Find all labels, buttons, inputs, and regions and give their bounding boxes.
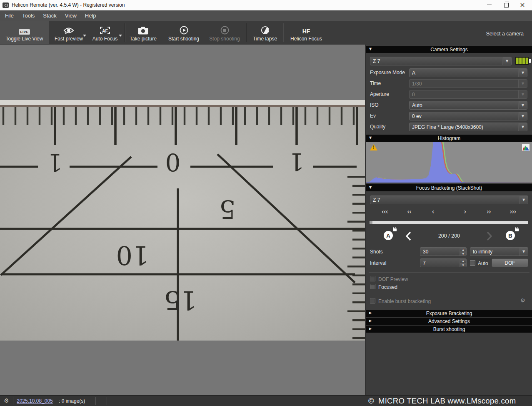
- point-b-button[interactable]: B: [506, 231, 515, 240]
- ev-select[interactable]: 0 ev ▼: [409, 112, 527, 120]
- time-select: 1/30 ▼: [409, 79, 527, 88]
- helicon-focus-button[interactable]: HF Helicon Focus: [287, 21, 326, 45]
- burst-shooting-header[interactable]: ▶ Burst shooting: [366, 326, 532, 333]
- statusbar-separator: [107, 397, 107, 405]
- ev-label: Ev: [370, 113, 376, 119]
- svg-text:AF: AF: [102, 28, 108, 33]
- collapse-icon: ▼: [369, 186, 372, 189]
- auto-interval-checkbox[interactable]: [470, 260, 475, 266]
- move-far-forward-button[interactable]: ›››: [507, 208, 518, 217]
- move-far-back-button[interactable]: ‹‹‹: [379, 208, 390, 217]
- svg-text:15: 15: [164, 285, 197, 316]
- spin-up-icon[interactable]: ▲: [460, 259, 466, 263]
- stackshot-device-select[interactable]: Z 7 ▼: [370, 195, 528, 204]
- statusbar-separator: [95, 397, 96, 405]
- collapse-icon: ▼: [369, 136, 372, 140]
- af-icon: AF: [100, 21, 110, 35]
- focus-range-slider[interactable]: [370, 221, 528, 224]
- collapse-icon: ▼: [369, 48, 372, 51]
- burst-bracketing-checkbox: [370, 298, 375, 303]
- quality-select[interactable]: JPEG Fine * Large (5408x3600) ▼: [409, 123, 527, 131]
- iso-select[interactable]: Auto ▼: [409, 101, 527, 110]
- camera-select[interactable]: Z 7 ▼: [370, 57, 512, 65]
- expand-icon: ▶: [369, 327, 372, 331]
- toolbar-separator: [125, 23, 125, 42]
- select-camera-label[interactable]: Select a camera: [486, 31, 524, 37]
- fast-preview-dropdown-icon[interactable]: [83, 35, 86, 37]
- session-folder-link[interactable]: 2025.10.08_005: [17, 398, 53, 404]
- chevron-down-icon: ▼: [518, 69, 527, 77]
- iso-label: ISO: [370, 102, 379, 108]
- image-count-label: : 0 image(s): [59, 398, 85, 404]
- exposure-bracketing-header[interactable]: ▶ Exposure Bracketing: [366, 310, 532, 317]
- expand-icon: ▶: [369, 319, 372, 323]
- live-view-viewport[interactable]: 10151015: [0, 45, 365, 395]
- exposure-mode-label: Exposure Mode: [370, 70, 405, 75]
- aperture-select: 0 ▼: [409, 90, 527, 99]
- minimize-button[interactable]: [482, 0, 496, 10]
- statusbar-separator: [13, 397, 13, 405]
- lock-a-icon: [393, 228, 397, 231]
- spin-down-icon[interactable]: ▼: [460, 252, 466, 256]
- menu-view[interactable]: View: [61, 10, 81, 21]
- window-title: Helicon Remote (ver. 4.5.4 W) - Register…: [12, 2, 125, 8]
- lock-b-icon: [515, 228, 519, 231]
- svg-text:0: 0: [165, 148, 181, 176]
- app-icon: [2, 3, 9, 8]
- time-lapse-icon: [261, 21, 270, 35]
- chevron-down-icon: ▼: [518, 123, 527, 131]
- shots-input[interactable]: 30 ▲▼: [420, 247, 467, 256]
- spin-up-icon[interactable]: ▲: [460, 248, 466, 252]
- copyright-label: ©MICRO TECH LAB www.LMscope.com: [368, 396, 516, 406]
- chevron-down-icon: ▼: [519, 248, 528, 256]
- histogram-panel: [366, 142, 532, 183]
- time-lapse-button[interactable]: Time lapse: [250, 21, 280, 45]
- restore-button[interactable]: [499, 0, 513, 10]
- menu-help[interactable]: Help: [81, 10, 100, 21]
- shots-mode-select[interactable]: to infinity ▼: [470, 247, 528, 256]
- step-forward-button[interactable]: ›: [460, 208, 470, 217]
- histogram-header[interactable]: ▼ Histogram: [366, 135, 532, 142]
- move-back-button[interactable]: ‹‹: [404, 208, 415, 217]
- advanced-settings-header[interactable]: ▶ Advanced Settings: [366, 318, 532, 325]
- menu-tools[interactable]: Tools: [18, 10, 39, 21]
- interval-input[interactable]: 7 ▲▼: [420, 258, 467, 267]
- burst-settings-gear-icon[interactable]: ⚙: [520, 297, 525, 303]
- focus-bracketing-header[interactable]: ▼ Focus Bracketing (StackShot): [366, 184, 532, 191]
- camera-icon: [138, 21, 148, 35]
- quality-label: Quality: [370, 124, 385, 130]
- start-icon: [180, 21, 188, 35]
- menu-stack[interactable]: Stack: [39, 10, 61, 21]
- camera-settings-header[interactable]: ▼ Camera Settings: [366, 46, 532, 53]
- chevron-down-icon: ▼: [518, 112, 527, 120]
- toolbar-separator: [283, 23, 284, 42]
- live-icon: LIVE: [19, 29, 30, 35]
- exposure-mode-select[interactable]: A ▼: [409, 68, 527, 77]
- start-shooting-button[interactable]: Start shooting: [165, 21, 203, 45]
- spin-down-icon[interactable]: ▼: [460, 263, 466, 267]
- move-forward-button[interactable]: ››: [483, 208, 494, 217]
- close-button[interactable]: ×: [515, 0, 530, 10]
- auto-focus-dropdown-icon[interactable]: [119, 35, 122, 37]
- time-label: Time: [370, 80, 381, 86]
- fast-preview-button[interactable]: Fast preview: [52, 21, 85, 45]
- menu-file[interactable]: File: [1, 10, 18, 21]
- settings-gear-icon[interactable]: ⚙: [4, 397, 9, 404]
- eye-icon: [63, 21, 74, 35]
- histogram-mode-icon[interactable]: [522, 144, 530, 151]
- stop-icon: [220, 21, 229, 35]
- svg-text:10: 10: [116, 240, 149, 271]
- chevron-down-icon: ▼: [519, 196, 528, 204]
- status-bar: ⚙ 2025.10.08_005 : 0 image(s) ©MICRO TEC…: [0, 395, 532, 406]
- take-picture-button[interactable]: Take picture: [127, 21, 159, 45]
- focused-checkbox[interactable]: [370, 284, 375, 289]
- chevron-down-icon: ▼: [518, 90, 527, 98]
- aperture-label: Aperture: [370, 91, 389, 97]
- step-back-button[interactable]: ‹: [427, 208, 438, 217]
- auto-focus-button[interactable]: AF Auto Focus: [91, 21, 119, 45]
- svg-text:1: 1: [47, 148, 63, 177]
- toggle-live-view-button[interactable]: LIVE Toggle Live View: [0, 21, 49, 45]
- dof-button[interactable]: DOF: [492, 258, 528, 267]
- histogram-chart: [366, 142, 532, 183]
- live-view-image: 10151015: [0, 100, 365, 341]
